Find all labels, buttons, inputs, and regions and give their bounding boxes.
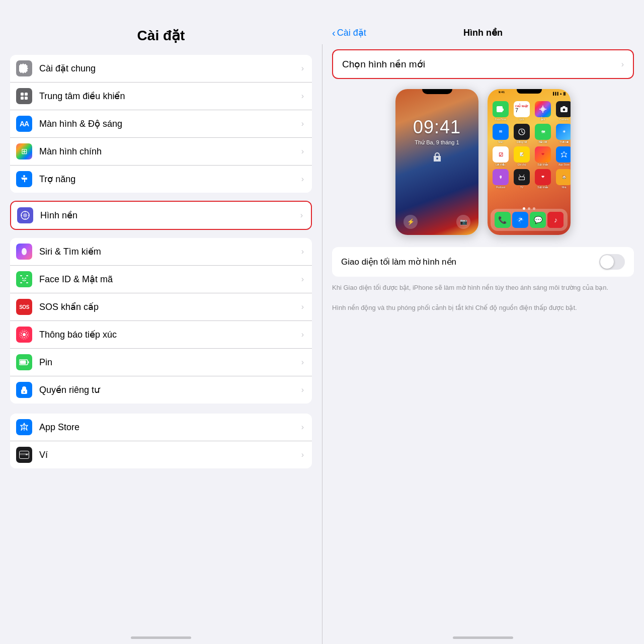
control-center-icon: [16, 88, 32, 104]
toggle-knob: [600, 255, 614, 269]
homescreen-dock: 📞 💬 ♪: [491, 209, 568, 231]
app-notes: 📝 Ghi chú: [513, 146, 531, 166]
settings-item-wallet[interactable]: Ví ›: [10, 441, 312, 468]
settings-item-control-center[interactable]: Trung tâm điều khiển ›: [10, 83, 312, 110]
app-photos: Ảnh: [534, 101, 552, 121]
app-home: 🏠 Nhà: [555, 169, 571, 189]
health-icon: ❤: [535, 146, 551, 163]
siri-icon: [16, 244, 32, 260]
lockscreen-notch: [422, 89, 452, 94]
notes-icon: 📝: [514, 146, 530, 163]
svg-rect-24: [26, 454, 28, 455]
right-header: ‹ Cài đặt Hình nền: [322, 0, 644, 44]
wallpaper-label: Hình nền: [40, 210, 296, 221]
mail-icon: ✉: [493, 124, 509, 140]
settings-list-panel: Cài đặt Cài đặt chung ›: [0, 0, 322, 644]
privacy-icon: [16, 382, 32, 398]
wallet-label: Ví: [39, 450, 297, 460]
svg-rect-31: [519, 177, 524, 180]
status-time: 9:41: [493, 91, 505, 97]
homescreen-status-bar: 9:41 ▐▐▐ ▲ ▓: [488, 89, 571, 98]
svg-rect-19: [20, 361, 26, 364]
battery-status-icon: ▓: [564, 92, 566, 95]
svg-rect-3: [25, 97, 28, 100]
battery-label: Pin: [39, 357, 297, 368]
app-reminders: ☑ Lời nhắc: [492, 146, 510, 166]
settings-item-app-store[interactable]: App Store ›: [10, 414, 312, 441]
settings-group-wallpaper: Hình nền ›: [10, 201, 312, 230]
svg-point-4: [23, 175, 25, 177]
home-screen-icon: ⊞: [16, 143, 32, 159]
accessibility-label: Trợ năng: [39, 174, 297, 185]
settings-item-sos[interactable]: SOS SOS khẩn cấp ›: [10, 293, 312, 321]
svg-point-12: [22, 278, 23, 279]
sos-chevron: ›: [301, 302, 304, 311]
svg-rect-28: [562, 106, 566, 107]
dock-messages-icon: 💬: [530, 212, 546, 228]
signal-icon: ▐▐▐: [552, 92, 558, 95]
homescreen-preview[interactable]: 9:41 ▐▐▐ ▲ ▓: [488, 89, 571, 235]
panel-divider: [322, 0, 323, 644]
app-store-label: App Store: [39, 422, 297, 433]
general-chevron: ›: [301, 64, 304, 73]
lockscreen-time: 09:41: [395, 117, 478, 138]
svg-point-14: [23, 333, 26, 336]
lockscreen-bottom-bar: ⚡ 📷: [395, 215, 478, 229]
settings-item-general[interactable]: Cài đặt chung ›: [10, 55, 312, 83]
dark-mode-toggle-section: Giao diện tối làm mờ hình nền: [332, 247, 634, 277]
settings-item-wallpaper[interactable]: Hình nền ›: [11, 202, 311, 229]
exposure-label: Thông báo tiếp xúc: [39, 329, 297, 340]
maps-icon: 🗺: [535, 124, 551, 140]
control-center-chevron: ›: [301, 92, 304, 101]
general-icon: [16, 60, 32, 76]
back-label: Cài đặt: [337, 27, 366, 38]
settings-item-exposure[interactable]: Thông báo tiếp xúc ›: [10, 321, 312, 349]
settings-item-accessibility[interactable]: Trợ năng ›: [10, 166, 312, 193]
settings-item-privacy[interactable]: Quyền riêng tư ›: [10, 376, 312, 404]
accessibility-icon: [16, 171, 32, 187]
svg-rect-10: [20, 282, 22, 283]
reminders-icon: ☑: [493, 146, 509, 163]
home-screen-label: Màn hình chính: [39, 146, 297, 157]
camera-icon: [556, 101, 571, 117]
settings-item-home-screen[interactable]: ⊞ Màn hình chính ›: [10, 138, 312, 166]
wallpaper-icon: [17, 207, 33, 223]
svg-point-27: [562, 108, 566, 111]
lockscreen-date: Thứ Ba, 9 tháng 1: [395, 139, 478, 146]
app-podcast: 🎙 Podcast: [492, 169, 510, 189]
settings-item-battery[interactable]: Pin ›: [10, 349, 312, 376]
settings-group-3: Siri & Tìm kiếm › F: [10, 238, 312, 404]
svg-point-7: [22, 248, 27, 255]
description-text-2: Hình nền động và thu phóng phối cảnh bị …: [332, 303, 634, 313]
dark-mode-toggle-label: Giao diện tối làm mờ hình nền: [341, 257, 599, 267]
dark-mode-toggle[interactable]: [599, 254, 625, 270]
settings-item-siri[interactable]: Siri & Tìm kiếm ›: [10, 238, 312, 266]
lockscreen-preview[interactable]: 09:41 Thứ Ba, 9 tháng 1 ⚡ 📷: [395, 89, 478, 235]
svg-point-6: [23, 213, 27, 217]
app-appstore-grid: App Store: [555, 146, 571, 166]
siri-label: Siri & Tìm kiếm: [39, 246, 297, 257]
wallet-icon: [16, 447, 32, 463]
back-button[interactable]: ‹ Cài đặt: [332, 27, 366, 39]
weather-icon: ☀: [556, 124, 571, 140]
sos-icon: SOS: [16, 299, 32, 315]
app-maps: 🗺 Bản đồ: [534, 124, 552, 143]
podcast-icon: 🎙: [493, 169, 509, 185]
heart-app-icon: ❤: [535, 169, 551, 185]
settings-item-display[interactable]: AA Màn hình & Độ sáng ›: [10, 110, 312, 138]
exposure-icon: [16, 327, 32, 343]
homescreen-background: 9:41 ▐▐▐ ▲ ▓: [488, 89, 571, 235]
app-grid: FaceTime CHỦ NHẬT7 Lịch Ảnh: [491, 100, 568, 190]
accessibility-chevron: ›: [301, 175, 304, 184]
settings-item-face-id[interactable]: Face ID & Mật mã ›: [10, 266, 312, 293]
app-store-chevron: ›: [301, 423, 304, 432]
back-chevron-icon: ‹: [332, 27, 336, 39]
svg-point-13: [25, 278, 26, 279]
choose-wallpaper-button[interactable]: Chọn hình nền mới ›: [332, 49, 634, 79]
face-id-icon: [16, 271, 32, 287]
wallet-chevron: ›: [301, 450, 304, 459]
description-text-1: Khi Giao diện tối được bật, iPhone sẽ là…: [332, 283, 634, 293]
lockscreen-flashlight-icon: ⚡: [404, 215, 418, 229]
lockscreen-background: 09:41 Thứ Ba, 9 tháng 1 ⚡ 📷: [395, 89, 478, 235]
svg-rect-0: [21, 93, 24, 96]
